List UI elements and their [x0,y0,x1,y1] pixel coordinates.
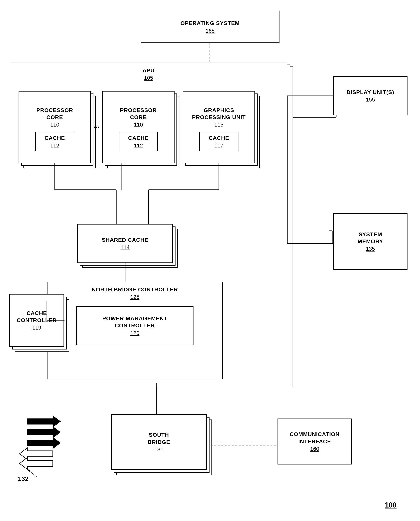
bus-to-sb [0,0,420,521]
diagram: OPERATING SYSTEM 165 APU 105 PROCESSORCO… [0,0,420,521]
diagram-number: 100 [385,501,397,509]
